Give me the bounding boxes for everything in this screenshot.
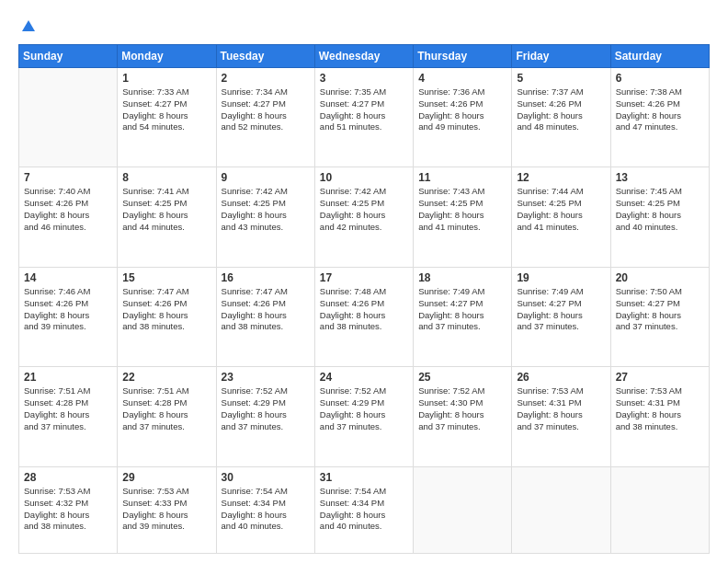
cell-content: Sunrise: 7:54 AM Sunset: 4:34 PM Dayligh…: [320, 486, 408, 533]
calendar-cell: [414, 466, 512, 553]
day-number: 28: [24, 471, 112, 484]
day-number: 14: [24, 271, 112, 284]
day-number: 23: [222, 371, 310, 384]
calendar-cell: 10Sunrise: 7:42 AM Sunset: 4:25 PM Dayli…: [314, 167, 413, 267]
day-number: 15: [122, 271, 210, 284]
calendar-cell: 25Sunrise: 7:52 AM Sunset: 4:30 PM Dayli…: [414, 367, 512, 466]
calendar-week-row: 1Sunrise: 7:33 AM Sunset: 4:27 PM Daylig…: [19, 68, 710, 167]
day-number: 13: [616, 171, 704, 184]
calendar-cell: 28Sunrise: 7:53 AM Sunset: 4:32 PM Dayli…: [19, 466, 118, 553]
calendar-cell: 19Sunrise: 7:49 AM Sunset: 4:27 PM Dayli…: [512, 267, 610, 366]
cell-content: Sunrise: 7:54 AM Sunset: 4:34 PM Dayligh…: [222, 486, 310, 533]
cell-content: Sunrise: 7:44 AM Sunset: 4:25 PM Dayligh…: [517, 186, 605, 233]
cell-content: Sunrise: 7:53 AM Sunset: 4:31 PM Dayligh…: [616, 385, 704, 432]
calendar-cell: 17Sunrise: 7:48 AM Sunset: 4:26 PM Dayli…: [314, 267, 413, 366]
day-number: 10: [320, 171, 408, 184]
calendar-cell: [512, 466, 610, 553]
day-number: 21: [24, 371, 112, 384]
day-number: 22: [122, 371, 210, 384]
calendar-week-row: 28Sunrise: 7:53 AM Sunset: 4:32 PM Dayli…: [19, 466, 710, 553]
cell-content: Sunrise: 7:49 AM Sunset: 4:27 PM Dayligh…: [418, 286, 506, 333]
cell-content: Sunrise: 7:45 AM Sunset: 4:25 PM Dayligh…: [616, 186, 704, 233]
cell-content: Sunrise: 7:43 AM Sunset: 4:25 PM Dayligh…: [418, 186, 506, 233]
cell-content: Sunrise: 7:42 AM Sunset: 4:25 PM Dayligh…: [320, 186, 408, 233]
calendar-cell: 5Sunrise: 7:37 AM Sunset: 4:26 PM Daylig…: [512, 68, 610, 167]
calendar-week-row: 7Sunrise: 7:40 AM Sunset: 4:26 PM Daylig…: [19, 167, 710, 267]
calendar-cell: 1Sunrise: 7:33 AM Sunset: 4:27 PM Daylig…: [118, 68, 216, 167]
calendar-cell: 16Sunrise: 7:47 AM Sunset: 4:26 PM Dayli…: [216, 267, 314, 366]
day-number: 2: [222, 72, 310, 85]
day-of-week-header: Tuesday: [216, 45, 314, 68]
cell-content: Sunrise: 7:53 AM Sunset: 4:31 PM Dayligh…: [517, 385, 605, 432]
day-number: 8: [122, 171, 210, 184]
day-number: 1: [122, 72, 210, 85]
cell-content: Sunrise: 7:52 AM Sunset: 4:30 PM Dayligh…: [418, 385, 506, 432]
day-number: 26: [517, 371, 605, 384]
calendar-cell: [610, 466, 709, 553]
calendar-cell: 27Sunrise: 7:53 AM Sunset: 4:31 PM Dayli…: [610, 367, 709, 466]
cell-content: Sunrise: 7:36 AM Sunset: 4:26 PM Dayligh…: [418, 86, 506, 133]
day-number: 11: [418, 171, 506, 184]
cell-content: Sunrise: 7:53 AM Sunset: 4:33 PM Dayligh…: [122, 486, 210, 533]
day-number: 12: [517, 171, 605, 184]
cell-content: Sunrise: 7:42 AM Sunset: 4:25 PM Dayligh…: [222, 186, 310, 233]
day-number: 16: [222, 271, 310, 284]
calendar-cell: 24Sunrise: 7:52 AM Sunset: 4:29 PM Dayli…: [314, 367, 413, 466]
calendar-cell: 4Sunrise: 7:36 AM Sunset: 4:26 PM Daylig…: [414, 68, 512, 167]
day-number: 20: [616, 271, 704, 284]
day-number: 7: [24, 171, 112, 184]
cell-content: Sunrise: 7:51 AM Sunset: 4:28 PM Dayligh…: [122, 385, 210, 432]
calendar-cell: 9Sunrise: 7:42 AM Sunset: 4:25 PM Daylig…: [216, 167, 314, 267]
day-number: 29: [122, 471, 210, 484]
day-number: 17: [320, 271, 408, 284]
cell-content: Sunrise: 7:48 AM Sunset: 4:26 PM Dayligh…: [320, 286, 408, 333]
calendar-cell: 31Sunrise: 7:54 AM Sunset: 4:34 PM Dayli…: [314, 466, 413, 553]
header: [18, 17, 710, 35]
calendar-cell: 23Sunrise: 7:52 AM Sunset: 4:29 PM Dayli…: [216, 367, 314, 466]
day-of-week-header: Monday: [118, 45, 216, 68]
day-number: 25: [418, 371, 506, 384]
cell-content: Sunrise: 7:34 AM Sunset: 4:27 PM Dayligh…: [222, 86, 310, 133]
calendar-cell: 11Sunrise: 7:43 AM Sunset: 4:25 PM Dayli…: [414, 167, 512, 267]
calendar-cell: 6Sunrise: 7:38 AM Sunset: 4:26 PM Daylig…: [610, 68, 709, 167]
cell-content: Sunrise: 7:51 AM Sunset: 4:28 PM Dayligh…: [24, 385, 112, 432]
calendar-week-row: 14Sunrise: 7:46 AM Sunset: 4:26 PM Dayli…: [19, 267, 710, 366]
calendar-cell: 26Sunrise: 7:53 AM Sunset: 4:31 PM Dayli…: [512, 367, 610, 466]
svg-marker-0: [22, 20, 35, 31]
cell-content: Sunrise: 7:52 AM Sunset: 4:29 PM Dayligh…: [320, 385, 408, 432]
day-number: 9: [222, 171, 310, 184]
cell-content: Sunrise: 7:37 AM Sunset: 4:26 PM Dayligh…: [517, 86, 605, 133]
calendar-cell: [19, 68, 118, 167]
calendar-cell: 18Sunrise: 7:49 AM Sunset: 4:27 PM Dayli…: [414, 267, 512, 366]
day-number: 19: [517, 271, 605, 284]
calendar-cell: 7Sunrise: 7:40 AM Sunset: 4:26 PM Daylig…: [19, 167, 118, 267]
day-of-week-header: Wednesday: [314, 45, 413, 68]
day-number: 27: [616, 371, 704, 384]
day-number: 5: [517, 72, 605, 85]
calendar-cell: 29Sunrise: 7:53 AM Sunset: 4:33 PM Dayli…: [118, 466, 216, 553]
calendar-week-row: 21Sunrise: 7:51 AM Sunset: 4:28 PM Dayli…: [19, 367, 710, 466]
day-number: 18: [418, 271, 506, 284]
day-number: 24: [320, 371, 408, 384]
calendar-cell: 13Sunrise: 7:45 AM Sunset: 4:25 PM Dayli…: [610, 167, 709, 267]
day-of-week-header: Saturday: [610, 45, 709, 68]
cell-content: Sunrise: 7:47 AM Sunset: 4:26 PM Dayligh…: [122, 286, 210, 333]
calendar-cell: 14Sunrise: 7:46 AM Sunset: 4:26 PM Dayli…: [19, 267, 118, 366]
cell-content: Sunrise: 7:46 AM Sunset: 4:26 PM Dayligh…: [24, 286, 112, 333]
cell-content: Sunrise: 7:50 AM Sunset: 4:27 PM Dayligh…: [616, 286, 704, 333]
day-number: 3: [320, 72, 408, 85]
cell-content: Sunrise: 7:35 AM Sunset: 4:27 PM Dayligh…: [320, 86, 408, 133]
day-number: 31: [320, 471, 408, 484]
cell-content: Sunrise: 7:41 AM Sunset: 4:25 PM Dayligh…: [122, 186, 210, 233]
cell-content: Sunrise: 7:40 AM Sunset: 4:26 PM Dayligh…: [24, 186, 112, 233]
day-number: 6: [616, 72, 704, 85]
cell-content: Sunrise: 7:33 AM Sunset: 4:27 PM Dayligh…: [122, 86, 210, 133]
day-of-week-header: Thursday: [414, 45, 512, 68]
cell-content: Sunrise: 7:52 AM Sunset: 4:29 PM Dayligh…: [222, 385, 310, 432]
logo: [18, 17, 37, 35]
cell-content: Sunrise: 7:47 AM Sunset: 4:26 PM Dayligh…: [222, 286, 310, 333]
day-number: 30: [222, 471, 310, 484]
calendar-table: SundayMondayTuesdayWednesdayThursdayFrid…: [18, 44, 710, 554]
calendar-cell: 3Sunrise: 7:35 AM Sunset: 4:27 PM Daylig…: [314, 68, 413, 167]
calendar-cell: 15Sunrise: 7:47 AM Sunset: 4:26 PM Dayli…: [118, 267, 216, 366]
